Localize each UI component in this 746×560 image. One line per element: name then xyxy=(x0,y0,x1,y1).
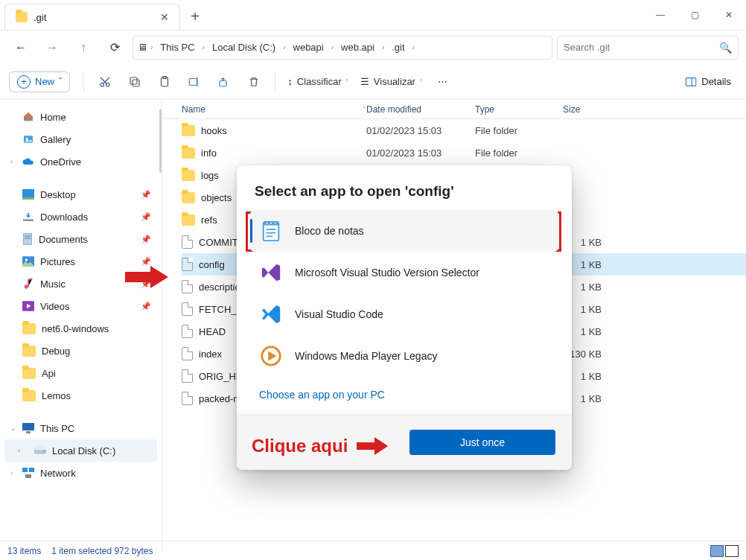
file-icon xyxy=(182,280,193,293)
crumb-web-api[interactable]: web.api xyxy=(337,40,379,54)
crumb-webapi[interactable]: webapi xyxy=(289,40,328,54)
chevron-right-icon[interactable]: › xyxy=(412,43,415,51)
dialog-title: Select an app to open 'config' xyxy=(237,165,572,210)
just-once-button[interactable]: Just once xyxy=(409,430,555,455)
chevron-right-icon[interactable]: › xyxy=(203,43,205,51)
svg-rect-14 xyxy=(23,234,31,245)
svg-point-32 xyxy=(270,223,272,224)
share-button[interactable] xyxy=(209,70,239,94)
close-tab-icon[interactable]: ✕ xyxy=(160,11,169,23)
back-button[interactable]: ← xyxy=(7,36,34,60)
breadcrumb-bar[interactable]: 🖥 › This PC › Local Disk (C:) › webapi ›… xyxy=(133,36,552,60)
tab-current[interactable]: .git ✕ xyxy=(4,4,180,30)
gallery-icon xyxy=(22,133,34,145)
nav-folder-lemos[interactable]: Lemos xyxy=(4,384,157,407)
nav-gallery[interactable]: Gallery xyxy=(4,128,157,150)
app-option-notepad[interactable]: Bloco de notas xyxy=(250,210,558,252)
chevron-right-icon[interactable]: › xyxy=(331,43,334,51)
expand-icon[interactable]: › xyxy=(18,447,20,454)
wmp-icon xyxy=(259,344,283,368)
expand-icon[interactable]: › xyxy=(10,158,13,165)
new-button[interactable]: + New ˇ xyxy=(9,71,70,92)
app-option-wmp[interactable]: Windows Media Player Legacy xyxy=(250,335,558,377)
copy-button[interactable] xyxy=(120,70,150,94)
details-view-icon[interactable] xyxy=(710,545,724,557)
paste-button[interactable] xyxy=(150,70,179,94)
file-row[interactable]: hooks01/02/2023 15:03File folder xyxy=(182,119,746,141)
navigation-pane[interactable]: Home Gallery › OneDrive Desktop📌 Downloa… xyxy=(0,100,162,553)
crumb-git[interactable]: .git xyxy=(387,40,409,54)
nav-home[interactable]: Home xyxy=(4,106,157,128)
titlebar: .git ✕ + — ▢ ✕ xyxy=(0,0,746,30)
delete-button[interactable] xyxy=(239,70,269,94)
more-button[interactable]: ⋯ xyxy=(428,70,458,94)
large-icons-view-icon[interactable] xyxy=(725,545,739,557)
col-label: Name xyxy=(182,104,205,115)
close-window-button[interactable]: ✕ xyxy=(712,0,746,30)
nav-this-pc[interactable]: ⌄ This PC xyxy=(4,417,157,439)
nav-folder-api[interactable]: Api xyxy=(4,362,157,384)
svg-point-25 xyxy=(43,451,45,452)
nav-downloads[interactable]: Downloads📌 xyxy=(4,206,157,228)
file-name: HEAD xyxy=(199,326,226,337)
nav-folder-debug[interactable]: Debug xyxy=(4,340,157,362)
cut-button[interactable] xyxy=(90,70,120,94)
view-button[interactable]: ☰ Visualizar ˇ xyxy=(354,70,428,94)
nav-network[interactable]: › Network xyxy=(4,462,157,484)
column-size[interactable]: Size xyxy=(563,104,746,115)
forward-button[interactable]: → xyxy=(39,36,66,60)
nav-documents[interactable]: Documents📌 xyxy=(4,228,157,250)
nav-videos[interactable]: Videos📌 xyxy=(4,295,157,317)
new-tab-button[interactable]: + xyxy=(180,4,210,30)
svg-rect-8 xyxy=(686,77,696,86)
svg-rect-2 xyxy=(133,80,139,86)
svg-rect-3 xyxy=(130,77,137,84)
folder-icon xyxy=(182,147,195,159)
status-selection: 1 item selected 972 bytes xyxy=(51,546,153,556)
open-with-dialog: Select an app to open 'config' Bloco de … xyxy=(237,165,572,470)
app-label: Visual Studio Code xyxy=(295,308,383,320)
videos-icon xyxy=(22,301,34,311)
chevron-right-icon[interactable]: › xyxy=(382,43,384,51)
file-row[interactable]: info01/02/2023 15:03File folder xyxy=(182,141,746,164)
search-box[interactable]: 🔍 xyxy=(557,36,739,60)
expand-icon[interactable]: ⌄ xyxy=(10,424,16,432)
up-button[interactable]: ↑ xyxy=(70,36,97,60)
expand-icon[interactable]: › xyxy=(10,469,13,477)
chevron-down-icon: ˇ xyxy=(346,78,348,86)
crumb-local-disk[interactable]: Local Disk (C:) xyxy=(208,40,280,54)
pin-icon: 📌 xyxy=(141,212,151,222)
app-option-vscode[interactable]: Visual Studio Code xyxy=(250,293,558,335)
file-name: objects xyxy=(201,192,232,203)
drive-icon xyxy=(34,445,46,456)
file-icon xyxy=(182,369,193,383)
svg-rect-34 xyxy=(266,229,275,230)
details-pane-button[interactable]: Details xyxy=(679,76,737,87)
visual-studio-icon xyxy=(259,261,283,284)
chevron-right-icon[interactable]: › xyxy=(150,43,153,51)
minimize-button[interactable]: — xyxy=(643,0,678,30)
column-date[interactable]: Date modified xyxy=(366,104,475,115)
nav-onedrive[interactable]: › OneDrive xyxy=(4,150,157,173)
rename-button[interactable] xyxy=(179,70,209,94)
search-input[interactable] xyxy=(564,42,713,53)
crumb-this-pc[interactable]: This PC xyxy=(156,40,199,54)
maximize-button[interactable]: ▢ xyxy=(678,0,712,30)
search-icon[interactable]: 🔍 xyxy=(719,42,732,54)
folder-icon xyxy=(22,323,36,334)
refresh-button[interactable]: ⟳ xyxy=(101,36,128,60)
column-name[interactable]: Name˄ xyxy=(182,104,366,115)
app-option-vs-selector[interactable]: Microsoft Visual Studio Version Selector xyxy=(250,252,558,293)
sort-button[interactable]: ↕ Classificar ˇ xyxy=(281,70,354,94)
details-label: Details xyxy=(701,76,731,87)
nav-local-disk[interactable]: › Local Disk (C:) xyxy=(4,439,157,462)
folder-icon xyxy=(22,390,36,401)
nav-desktop[interactable]: Desktop📌 xyxy=(4,183,157,206)
nav-label: Api xyxy=(42,368,56,379)
chevron-down-icon: ˇ xyxy=(420,78,422,86)
chevron-right-icon[interactable]: › xyxy=(283,43,285,51)
column-type[interactable]: Type xyxy=(475,104,563,115)
nav-folder-net6[interactable]: net6.0-windows xyxy=(4,317,157,340)
choose-app-link[interactable]: Choose an app on your PC xyxy=(237,377,572,414)
folder-icon xyxy=(182,192,195,203)
